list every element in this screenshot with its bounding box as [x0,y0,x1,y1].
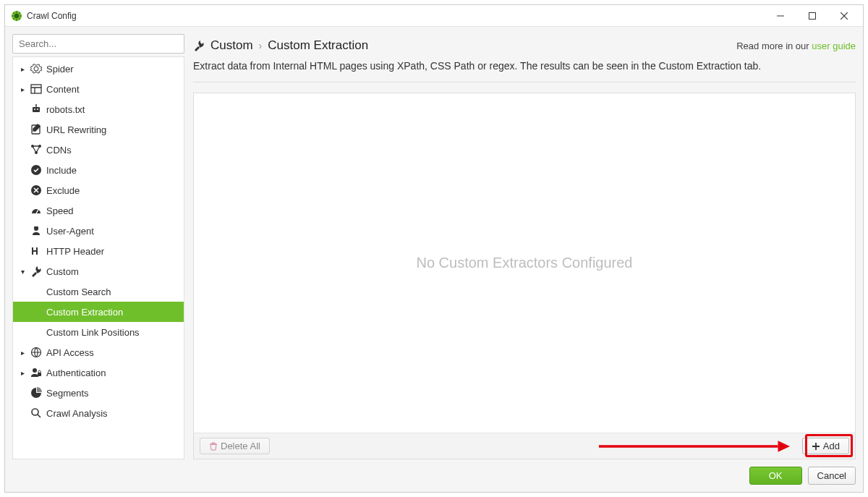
caret-right-icon: ▸ [19,369,26,377]
svg-rect-2 [809,12,816,19]
lock-user-icon [30,367,42,378]
svg-point-1 [14,13,19,17]
sidebar-item-custom-extraction[interactable]: Custom Extraction [13,302,184,322]
sidebar-item-label: Custom Search [46,286,111,297]
svg-point-6 [37,109,38,110]
breadcrumb-current: Custom Extraction [268,38,368,53]
button-label: OK [769,470,783,481]
sidebar-item-speed[interactable]: Speed [13,200,184,221]
layout-icon [30,83,42,95]
plus-icon [812,442,820,451]
dialog-footer: OK Cancel [12,459,856,485]
gauge-icon [30,205,42,216]
button-label: Cancel [817,470,846,481]
sidebar-item-label: URL Rewriting [46,124,106,135]
app-icon [11,10,22,22]
ok-button[interactable]: OK [749,467,802,485]
gear-icon [30,63,42,75]
add-button[interactable]: Add [802,438,849,454]
button-label: Add [823,441,840,451]
caret-right-icon: ▸ [19,65,26,73]
sidebar-item-label: Crawl Analysis [46,408,108,419]
sidebar-item-content[interactable]: ▸ Content [13,79,184,99]
agent-icon [30,225,42,237]
sidebar-item-label: Segments [46,388,89,399]
annotation-arrow [599,438,790,454]
sidebar: ▸ Spider ▸ Content robots.txt [12,34,184,459]
sidebar-item-robots[interactable]: robots.txt [13,99,184,119]
sidebar-item-custom-search[interactable]: Custom Search [13,281,184,302]
empty-state-text: No Custom Extractors Configured [416,255,632,271]
hint-prefix: Read more in our [736,41,812,51]
sidebar-item-http-header[interactable]: HTTP Header [13,241,184,261]
breadcrumb: Custom › Custom Extraction Read more in … [193,34,856,60]
search-input[interactable] [12,34,184,54]
breadcrumb-separator-icon: › [259,40,263,51]
sidebar-item-label: Custom Link Positions [46,327,140,338]
sidebar-item-api-access[interactable]: ▸ API Access [13,342,184,362]
svg-rect-3 [31,85,41,93]
delete-all-button[interactable]: Delete All [200,438,270,454]
user-guide-link[interactable]: user guide [812,41,856,51]
sidebar-item-custom[interactable]: ▾ Custom [13,261,184,281]
close-button[interactable] [828,6,860,26]
sidebar-item-custom-link-positions[interactable]: Custom Link Positions [13,322,184,342]
sidebar-item-crawl-analysis[interactable]: Crawl Analysis [13,403,184,423]
titlebar: Crawl Config [5,5,863,27]
button-label: Delete All [221,441,260,451]
sidebar-item-label: Spider [46,64,74,75]
pie-icon [30,387,42,399]
svg-rect-15 [34,226,38,228]
sidebar-item-label: Include [46,165,77,176]
sidebar-item-label: Exclude [46,185,80,196]
sidebar-item-include[interactable]: Include [13,160,184,180]
main-column: Custom › Custom Extraction Read more in … [193,34,856,459]
help-hint: Read more in our user guide [736,41,856,51]
config-tree: ▸ Spider ▸ Content robots.txt [12,56,184,459]
caret-right-icon: ▸ [19,85,26,93]
panel-footer: Delete All Add [194,433,855,459]
sidebar-item-exclude[interactable]: Exclude [13,180,184,200]
svg-point-17 [33,368,37,373]
maximize-button[interactable] [796,6,828,26]
svg-rect-18 [38,373,41,376]
sidebar-item-label: CDNs [46,145,72,156]
cancel-button[interactable]: Cancel [808,467,856,485]
sidebar-item-authentication[interactable]: ▸ Authentication [13,362,184,383]
search-icon [30,407,42,419]
sidebar-item-url-rewriting[interactable]: URL Rewriting [13,119,184,140]
sidebar-item-spider[interactable]: ▸ Spider [13,59,184,79]
page-description: Extract data from Internal HTML pages us… [193,60,856,82]
breadcrumb-parent[interactable]: Custom [210,38,253,53]
sidebar-item-label: Custom Extraction [46,307,123,318]
sidebar-item-label: Custom [46,266,79,277]
sidebar-item-label: Content [46,84,80,95]
network-icon [30,144,42,156]
caret-right-icon: ▸ [19,349,26,357]
sidebar-item-cdns[interactable]: CDNs [13,140,184,160]
sidebar-item-label: HTTP Header [46,246,104,257]
sidebar-item-label: API Access [46,347,94,358]
trash-icon [209,442,218,451]
check-circle-icon [30,164,42,176]
robot-icon [30,103,42,115]
svg-point-19 [32,409,38,415]
extractors-panel: No Custom Extractors Configured Delete A… [193,93,856,459]
globe-icon [30,347,42,358]
sidebar-item-user-agent[interactable]: User-Agent [13,221,184,241]
sidebar-item-label: robots.txt [46,104,85,115]
window-title: Crawl Config [27,11,77,21]
tools-icon [30,266,42,277]
edit-icon [30,124,42,135]
svg-point-7 [35,104,37,106]
x-circle-icon [30,184,42,196]
minimize-button[interactable] [765,6,796,26]
svg-rect-4 [33,107,40,112]
caret-down-icon: ▾ [19,268,26,276]
sidebar-item-label: User-Agent [46,226,94,237]
svg-marker-21 [778,441,791,451]
sidebar-item-label: Speed [46,205,74,216]
sidebar-item-segments[interactable]: Segments [13,383,184,403]
config-window: Crawl Config ▸ Spider ▸ Con [4,4,864,493]
header-icon [30,245,42,257]
